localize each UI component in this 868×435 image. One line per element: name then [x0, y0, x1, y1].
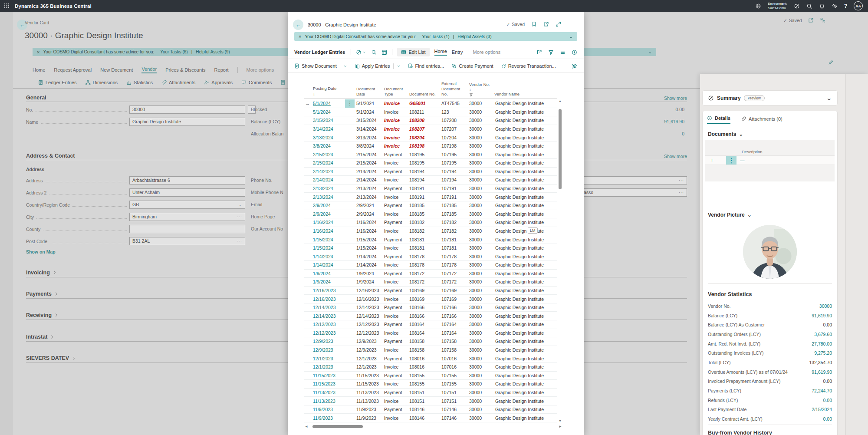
environment-globe-icon[interactable] [755, 3, 761, 9]
row-menu[interactable]: ⋮ [345, 99, 355, 108]
no-input[interactable]: 30000 [129, 105, 245, 114]
action-comments[interactable]: Comments [241, 80, 272, 85]
table-row[interactable]: 1/14/20241/14/2024Payment108178107178300… [304, 252, 557, 261]
dialog-back-button[interactable]: ← [293, 20, 303, 30]
vertical-scrollbar[interactable]: ▲ ▼ [558, 99, 562, 422]
action-approvals[interactable]: Approvals [204, 80, 233, 85]
analyze-icon[interactable] [381, 49, 387, 55]
statistic-value[interactable]: 0.00 [823, 416, 832, 422]
name-input[interactable]: Graphic Design Institute [129, 118, 245, 126]
posting-date-cell[interactable]: 11/9/2023 [311, 407, 345, 412]
posting-date-cell[interactable]: 12/14/2023 [311, 313, 345, 319]
posting-date-cell[interactable]: 11/13/2023 [311, 390, 345, 395]
address-input[interactable]: Arbachtalstrasse 6 [129, 176, 245, 185]
table-row[interactable]: 1/16/20241/16/2024Payment108182107182300… [304, 218, 557, 227]
posting-date-cell[interactable]: 11/9/2023 [311, 415, 345, 421]
menu-tab-home[interactable]: Home [33, 67, 45, 72]
table-row[interactable]: 12/1/202312/1/2023Invoice108016107016300… [304, 363, 557, 372]
menu-tab-report[interactable]: Report [214, 67, 229, 72]
open-in-new-window-icon[interactable] [543, 21, 549, 27]
info-icon[interactable] [572, 49, 577, 55]
posting-date-cell[interactable]: 12/16/2023 [311, 288, 345, 293]
column-header-document-date[interactable]: DocumentDate [355, 86, 382, 99]
user-avatar[interactable]: AA [854, 1, 863, 10]
banner-chevron-down-icon[interactable]: ⌄ [569, 34, 573, 39]
table-row[interactable]: 1/15/20241/15/2024Payment108181107181300… [304, 235, 557, 244]
ellipsis-icon[interactable]: ··· [237, 237, 242, 245]
posting-date-cell[interactable]: 2/13/2024 [311, 194, 345, 200]
table-row[interactable]: 11/15/202311/15/2023Payment1081551071553… [304, 372, 557, 380]
statistic-value[interactable]: 3,679.60 [814, 332, 832, 337]
section-general[interactable]: General [26, 95, 46, 101]
posting-date-cell[interactable]: 11/15/2023 [311, 373, 345, 378]
posting-date-cell[interactable]: 5/1/2024 [311, 101, 345, 106]
collapse-icon[interactable] [820, 17, 825, 23]
posting-date-cell[interactable]: 1/14/2024 [311, 262, 345, 267]
filter-icon[interactable] [548, 49, 554, 55]
help-icon[interactable]: ? [844, 3, 847, 9]
helpful-assets-link[interactable]: Helpful Assets (3) [457, 34, 491, 39]
posting-date-cell[interactable]: 12/16/2023 [311, 297, 345, 302]
action-create-payment[interactable]: Create Payment [451, 63, 493, 69]
statistic-value[interactable]: 72,244.70 [812, 388, 832, 393]
vertical-scroll-thumb[interactable] [559, 109, 562, 189]
post-code-input[interactable]: B31 2AL··· [129, 237, 245, 245]
posting-date-cell[interactable]: 12/1/2023 [311, 364, 345, 369]
tab-attachments[interactable]: Attachments (0) [741, 116, 783, 124]
posting-date-cell[interactable]: 2/15/2024 [311, 152, 345, 157]
table-row[interactable]: 1/16/20241/16/2024Invoice108182107182300… [304, 227, 557, 236]
field-value-allocation-balan[interactable]: 0 [632, 131, 684, 136]
search-icon[interactable] [806, 3, 812, 9]
description-cell[interactable]: — [740, 158, 745, 163]
table-row[interactable]: 1/14/20241/14/2024Invoice108178107178300… [304, 261, 557, 270]
table-row[interactable]: 1/15/20241/15/2024Invoice108181107181300… [304, 244, 557, 253]
table-row[interactable]: 12/14/202312/14/2023Payment1081661071663… [304, 303, 557, 312]
action-find-entries[interactable]: Find entries... [408, 63, 444, 69]
table-row[interactable]: 11/9/202311/9/2023Payment108146107146300… [304, 405, 557, 414]
table-row[interactable]: 12/14/202312/14/2023Invoice1081661071663… [304, 312, 557, 320]
field-value-balance-lcy[interactable]: 91,619.90 [632, 119, 684, 124]
statistic-value[interactable]: 30000 [819, 303, 832, 309]
posting-date-cell[interactable]: 2/14/2024 [311, 169, 345, 174]
list-view-icon[interactable] [560, 49, 566, 55]
posting-date-cell[interactable]: 12/12/2023 [311, 330, 345, 336]
posting-date-cell[interactable]: 12/1/2023 [311, 356, 345, 361]
add-document-button[interactable]: + [705, 157, 726, 163]
posting-date-cell[interactable]: 1/14/2024 [311, 254, 345, 259]
table-row[interactable]: 11/13/202311/13/2023Invoice1081511071513… [304, 397, 557, 405]
table-row[interactable]: 12/16/202312/16/2023Payment1081691071693… [304, 287, 557, 295]
banner-close-icon[interactable]: × [37, 49, 39, 55]
general-show-more[interactable]: Show more [629, 96, 687, 101]
horizontal-scrollbar[interactable]: ◄ ► [304, 424, 563, 429]
unpin-icon[interactable] [572, 63, 577, 69]
action-dimensions[interactable]: Dimensions [85, 80, 118, 85]
posting-date-cell[interactable]: 3/15/2024 [311, 118, 345, 123]
table-row[interactable]: 12/9/202312/9/2023Payment108158107158300… [304, 337, 557, 346]
banner-close-icon[interactable]: × [299, 34, 301, 39]
table-row[interactable]: →5/1/2024⋮5/1/2024InvoiceG05001AT4754530… [304, 99, 557, 108]
table-row[interactable]: 2/13/20242/13/2024Payment108191107191300… [304, 185, 557, 193]
table-row[interactable]: 11/13/202311/13/2023Payment1081511071513… [304, 389, 557, 397]
posting-date-cell[interactable]: 1/16/2024 [311, 228, 345, 234]
menu-tab-request-approval[interactable]: Request Approval [54, 67, 92, 72]
city-input[interactable]: Birmingham··· [129, 213, 245, 221]
settings-gear-icon[interactable] [832, 3, 838, 9]
country-region-code-input[interactable]: GB⌄ [129, 201, 245, 209]
table-row[interactable]: 5/1/20245/1/2024Invoice10821112330000Gra… [304, 108, 557, 117]
vendor-picture-heading[interactable]: Vendor Picture⌄ [708, 212, 752, 218]
copilot-menu-icon[interactable] [356, 49, 366, 55]
open-in-new-window-icon[interactable] [808, 17, 814, 23]
table-row[interactable]: 2/14/20242/14/2024Payment108194107194300… [304, 168, 557, 176]
app-launcher-waffle-icon[interactable] [4, 3, 10, 9]
personalize-icon[interactable] [828, 59, 834, 65]
posting-date-cell[interactable]: 1/15/2024 [311, 237, 345, 242]
section-intrastat[interactable]: Intrastat [26, 334, 54, 340]
statistic-value[interactable]: 0.00 [823, 398, 832, 403]
table-row[interactable]: 3/8/20243/8/2024Invoice10819810719830000… [304, 142, 557, 151]
table-row[interactable]: 12/9/202312/9/2023Invoice108158107158300… [304, 346, 557, 355]
posting-date-cell[interactable]: 3/8/2024 [311, 143, 345, 148]
action-reverse-transaction[interactable]: Reverse Transaction... [501, 63, 556, 69]
edit-list-button[interactable]: Edit List [397, 48, 429, 56]
table-row[interactable]: 12/12/202312/12/2023Invoice1081641071643… [304, 329, 557, 338]
posting-date-cell[interactable]: 1/15/2024 [311, 245, 345, 250]
